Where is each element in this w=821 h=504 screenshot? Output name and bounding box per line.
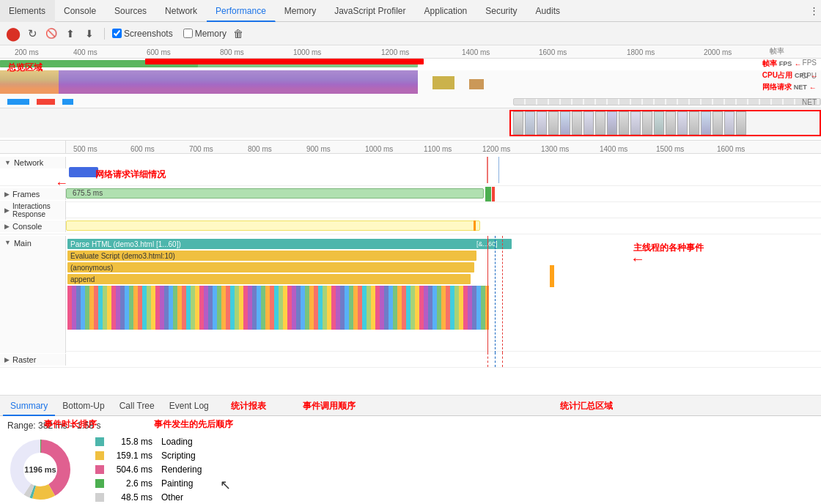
screenshot-strip bbox=[0, 108, 821, 138]
cpu-spike-2 bbox=[469, 79, 484, 89]
main-remote-bar bbox=[550, 265, 554, 287]
tab-security[interactable]: Security bbox=[476, 0, 526, 22]
parse-html-bar[interactable]: Parse HTML (demo3.html [1...60]) bbox=[67, 239, 478, 249]
record-button[interactable]: ⬤ bbox=[6, 26, 21, 41]
tl-1600: 1600 ms bbox=[717, 145, 745, 153]
ruler-label-200: 200 ms bbox=[15, 48, 39, 56]
console-row-text: Console bbox=[12, 222, 42, 231]
frames-chevron[interactable]: ▶ bbox=[4, 190, 10, 198]
raster-chevron[interactable]: ▶ bbox=[4, 356, 10, 363]
fps-arrow: ← bbox=[794, 60, 801, 68]
more-options-button[interactable]: ⋮ bbox=[806, 4, 821, 18]
tab-audits[interactable]: Audits bbox=[527, 0, 570, 22]
fps-legend: 帧率 FPS ← bbox=[762, 59, 818, 69]
ruler-label-400: 400 ms bbox=[73, 48, 97, 56]
ruler-label-1600: 1600 ms bbox=[539, 48, 567, 56]
delete-button[interactable]: 🗑 bbox=[231, 26, 246, 41]
ruler-label-1400: 1400 ms bbox=[462, 48, 490, 56]
tab-summary[interactable]: Summary bbox=[3, 396, 55, 416]
console-marker bbox=[474, 220, 476, 231]
legend-color-rendering bbox=[95, 465, 104, 474]
raster-label: ▶ Raster bbox=[0, 354, 66, 366]
vline-main-1 bbox=[487, 236, 488, 353]
tab-memory[interactable]: Memory bbox=[276, 0, 325, 22]
main-content: Parse HTML (demo3.html [1...60]) [&...60… bbox=[66, 236, 821, 353]
annotation-event-sequence: 事件发生的先后顺序 bbox=[154, 418, 233, 431]
legend-scripting: 159.1 ms Scripting bbox=[95, 451, 202, 461]
tab-network[interactable]: Network bbox=[156, 0, 207, 22]
tl-700: 700 ms bbox=[189, 145, 213, 153]
memory-checkbox-label[interactable]: Memory bbox=[183, 29, 227, 39]
tab-call-tree[interactable]: Call Tree bbox=[112, 396, 162, 416]
overview-legend: 帧率 FPS ← CPU占用 CPU ← 网络请求 NET ← bbox=[762, 59, 818, 92]
ruler-label-spacer bbox=[0, 141, 66, 153]
donut-total: 1196 ms bbox=[24, 465, 56, 474]
vline-main-3 bbox=[502, 236, 503, 353]
screenshots-label: Screenshots bbox=[124, 29, 173, 39]
frame-marker-red bbox=[492, 187, 495, 201]
legend-label-painting: Painting bbox=[161, 478, 193, 489]
summary-content: 1196 ms 15.8 ms Loading 159.1 ms Scripti… bbox=[7, 437, 814, 504]
legend-other: 48.5 ms Other bbox=[95, 492, 202, 503]
vline-red-1 bbox=[487, 157, 488, 183]
annotation-stats-table: 统计报表 bbox=[231, 396, 266, 415]
tab-js-profiler[interactable]: JavaScript Profiler bbox=[325, 0, 415, 22]
tab-performance[interactable]: Performance bbox=[207, 0, 276, 22]
annotation-event-order: 事件调用顺序 bbox=[303, 396, 356, 415]
donut-chart: 1196 ms bbox=[7, 437, 73, 503]
main-chevron[interactable]: ▼ bbox=[4, 239, 11, 246]
legend-painting: 2.6 ms Painting bbox=[95, 478, 202, 489]
summary-panel: Range: 382 ms – 1.58 s 1196 ms bbox=[0, 416, 821, 504]
raster-row: ▶ Raster bbox=[0, 352, 821, 368]
tl-600: 600 ms bbox=[130, 145, 155, 153]
append-label: append bbox=[70, 275, 95, 284]
vline-blue-1 bbox=[498, 157, 499, 183]
raster-row-text: Raster bbox=[12, 355, 36, 364]
tl-1500: 1500 ms bbox=[656, 145, 684, 153]
network-chevron[interactable]: ▼ bbox=[4, 159, 11, 166]
download-button[interactable]: ⬇ bbox=[82, 26, 97, 41]
anonymous-label: (anonymous) bbox=[70, 264, 113, 272]
vline-raster-1 bbox=[487, 352, 488, 367]
cpu-spike-1 bbox=[432, 76, 454, 89]
timeline-ruler: 500 ms 600 ms 700 ms 800 ms 900 ms 1000 … bbox=[0, 141, 821, 154]
interactions-content bbox=[66, 202, 821, 218]
raster-content bbox=[66, 352, 821, 367]
bottom-tabs-bar: Summary Bottom-Up Call Tree Event Log 统计… bbox=[0, 396, 821, 416]
screenshots-checkbox-label[interactable]: Screenshots bbox=[112, 29, 173, 39]
interactions-chevron[interactable]: ▶ bbox=[4, 207, 10, 214]
tab-elements[interactable]: Elements bbox=[0, 0, 55, 22]
eval-script-bar[interactable]: Evaluate Script (demo3.html:10) bbox=[67, 251, 476, 261]
main-row-text: Main bbox=[14, 239, 32, 248]
console-chevron[interactable]: ▶ bbox=[4, 223, 10, 230]
legend-label-rendering: Rendering bbox=[161, 464, 202, 475]
flame-chart-bands bbox=[67, 286, 489, 330]
reload-button[interactable]: ↻ bbox=[25, 26, 40, 41]
separator bbox=[104, 28, 105, 40]
tab-sources[interactable]: Sources bbox=[106, 0, 156, 22]
net-bar-3 bbox=[62, 99, 73, 105]
devtools-tabs: Elements Console Sources Network Perform… bbox=[0, 0, 821, 22]
network-bar-blue[interactable] bbox=[69, 167, 98, 177]
memory-checkbox[interactable] bbox=[183, 29, 193, 38]
tab-bottom-up[interactable]: Bottom-Up bbox=[55, 396, 111, 416]
interactions-row-text: Interactions Response bbox=[12, 202, 61, 218]
upload-button[interactable]: ⬆ bbox=[63, 26, 78, 41]
tab-application[interactable]: Application bbox=[416, 0, 477, 22]
tab-console[interactable]: Console bbox=[55, 0, 106, 22]
cpu-legend-sub: CPU bbox=[795, 72, 809, 79]
legend-color-other bbox=[95, 493, 104, 502]
tab-event-log[interactable]: Event Log bbox=[162, 396, 216, 416]
screenshots-checkbox[interactable] bbox=[112, 29, 122, 38]
legend-label-other: Other bbox=[161, 492, 183, 503]
parse-html-bar-2[interactable]: [&...60] bbox=[475, 239, 512, 249]
donut-center: 1196 ms bbox=[24, 465, 56, 474]
fps-track: FPS bbox=[0, 59, 821, 70]
legend-color-loading bbox=[95, 437, 104, 446]
network-row-text: Network bbox=[14, 158, 43, 167]
vline-main-2 bbox=[495, 236, 496, 353]
append-bar[interactable]: append bbox=[67, 274, 471, 284]
clear-button[interactable]: 🚫 bbox=[44, 26, 59, 41]
legend-rendering: 504.6 ms Rendering bbox=[95, 464, 202, 475]
anonymous-bar[interactable]: (anonymous) bbox=[67, 262, 474, 273]
